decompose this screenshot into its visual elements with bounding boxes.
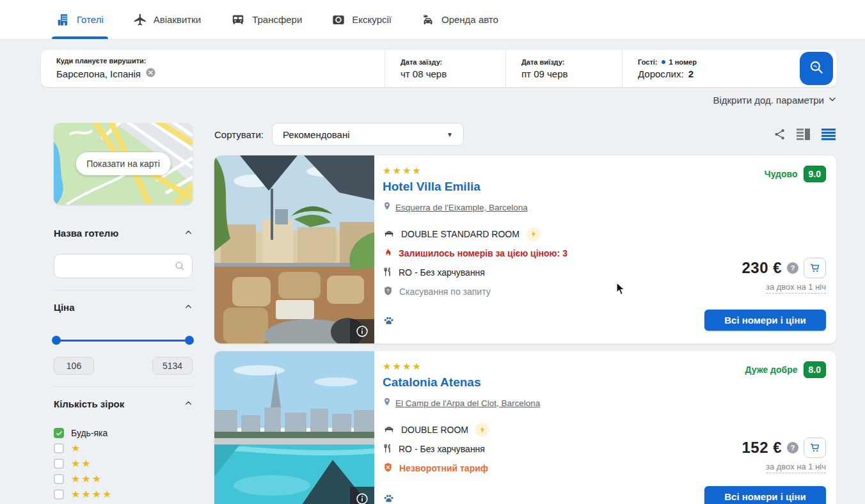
car-key-icon: [421, 13, 435, 27]
meal-plan: RO - Без харчування: [399, 267, 485, 278]
stars-filter-title: Кількість зірок: [54, 398, 124, 409]
search-button[interactable]: [800, 52, 833, 85]
tab-excursions[interactable]: Екскурсії: [331, 0, 392, 39]
checkin-label: Дата заїзду:: [401, 58, 490, 66]
star-option-4[interactable]: ★★★★: [54, 487, 193, 502]
chevron-up-icon: [184, 302, 193, 313]
meal-icon: [383, 443, 393, 456]
adults-label: Дорослих:: [638, 68, 684, 79]
tab-transfers[interactable]: Трансфери: [230, 0, 302, 39]
checkout-label: Дата виїзду:: [521, 58, 607, 66]
tab-car-rental[interactable]: Оренда авто: [421, 0, 498, 39]
hotel-name-link[interactable]: Hotel Villa Emilia: [383, 180, 826, 194]
chevron-up-icon: [184, 398, 193, 409]
divider: [54, 386, 193, 387]
price-note[interactable]: за двох на 1 ніч: [766, 282, 826, 294]
show-on-map-button[interactable]: Показати на карті: [75, 152, 171, 175]
price-filter-header[interactable]: Ціна: [54, 302, 193, 313]
photo-info-button[interactable]: [350, 319, 374, 343]
pets-allowed-icon: [383, 315, 395, 329]
price-min-input[interactable]: [54, 357, 94, 375]
star-option-any[interactable]: Будь-яка: [54, 425, 193, 441]
map-preview[interactable]: Показати на карті: [54, 123, 193, 205]
price-max-input[interactable]: [152, 357, 193, 375]
plane-icon: [133, 13, 147, 27]
all-rooms-button[interactable]: Всі номери і ціни: [704, 310, 826, 331]
checkbox-checked[interactable]: [54, 428, 64, 438]
star-option-1[interactable]: ★: [54, 441, 193, 456]
active-tab-underline: [52, 36, 108, 39]
price-note[interactable]: за двох на 1 ніч: [766, 462, 826, 473]
checkin-value: чт 08 черв: [401, 68, 490, 79]
star-option-3[interactable]: ★★★: [54, 471, 193, 487]
star-option-label: ★★★: [71, 474, 102, 484]
hotel-price: 152 €: [742, 439, 782, 457]
instant-confirmation-icon[interactable]: [527, 227, 541, 241]
tab-label: Авіаквитки: [154, 14, 201, 25]
star-option-label: ★★★★: [71, 489, 113, 500]
hotel-name-filter-header[interactable]: Назва готелю: [54, 228, 193, 239]
share-icon[interactable]: [774, 128, 786, 141]
star-option-2[interactable]: ★★: [54, 456, 193, 471]
hotel-name-input[interactable]: [54, 254, 193, 278]
pets-allowed-icon: [383, 493, 395, 504]
checkbox[interactable]: [54, 489, 64, 500]
chevron-up-icon: [184, 228, 193, 239]
tab-label: Готелі: [77, 14, 104, 25]
checkin-field[interactable]: Дата заїзду: чт 08 черв: [385, 50, 505, 87]
hotel-photo[interactable]: [214, 351, 374, 504]
search-icon: [808, 59, 825, 78]
add-to-cart-button[interactable]: [804, 437, 826, 458]
hotel-location-link[interactable]: Esquerra de l'Eixample, Barcelona: [395, 203, 528, 212]
hotel-name-filter-title: Назва готелю: [54, 228, 118, 239]
sort-selected-value: Рекомендовані: [283, 129, 350, 140]
tab-hotels[interactable]: Готелі: [56, 0, 104, 39]
tariff-type: Незворотний тариф: [399, 463, 488, 473]
rating-badge: 8.0: [804, 361, 826, 378]
more-params-label: Відкрити дод. параметри: [713, 95, 824, 106]
hotel-photo-image: [214, 351, 374, 504]
checkbox[interactable]: [54, 474, 64, 484]
hotel-location-link[interactable]: El Camp de l'Arpa del Clot, Barcelona: [395, 398, 540, 408]
sort-select[interactable]: Рекомендовані ▼: [272, 123, 464, 146]
price-slider: [54, 336, 193, 345]
location-pin-icon: [383, 397, 392, 409]
checkbox[interactable]: [54, 459, 64, 469]
instant-confirmation-icon[interactable]: [475, 423, 489, 437]
hotel-stars: ★★★★: [383, 155, 826, 175]
hotel-price: 230 €: [742, 259, 782, 277]
sort-label: Сортувати:: [214, 129, 264, 140]
checkout-value: пт 09 черв: [521, 68, 607, 79]
tab-flights[interactable]: Авіаквитки: [133, 0, 201, 39]
price-help-icon[interactable]: ?: [787, 262, 798, 274]
all-rooms-button[interactable]: Всі номери і ціни: [704, 486, 826, 504]
info-icon: [355, 492, 369, 504]
scarcity-message: Залишилось номерів за цією ціною: 3: [399, 248, 567, 258]
hotel-card: ★★★★ Catalonia Atenas El Camp de l'Arpa …: [214, 351, 836, 504]
stars-filter-header[interactable]: Кількість зірок: [54, 398, 193, 409]
add-to-cart-button[interactable]: [804, 258, 826, 278]
hotel-photo[interactable]: [214, 155, 374, 343]
bus-icon: [230, 13, 246, 27]
clear-destination-icon[interactable]: [145, 67, 156, 80]
photo-info-button[interactable]: [350, 487, 374, 504]
meal-icon: [383, 266, 393, 280]
grid-map-view-icon[interactable]: [796, 128, 811, 141]
building-icon: [56, 13, 70, 27]
price-slider-handle-max[interactable]: [185, 336, 194, 345]
guests-field[interactable]: Гості: 1 номер Дорослих: 2: [622, 50, 800, 87]
checkbox[interactable]: [54, 443, 64, 453]
rating-text: Дуже добре: [745, 365, 798, 375]
tab-label: Екскурсії: [352, 14, 392, 25]
list-view-icon[interactable]: [821, 128, 836, 141]
fire-icon: [383, 247, 393, 260]
chevron-down-icon: [828, 95, 837, 106]
price-slider-handle-min[interactable]: [52, 336, 61, 345]
search-icon: [174, 260, 186, 272]
search-panel: Куди плануєте вирушити: Барселона, Іспан…: [41, 50, 837, 87]
more-params-toggle[interactable]: Відкрити дод. параметри: [713, 95, 837, 106]
hotel-photo-image: [214, 155, 374, 343]
destination-field[interactable]: Куди плануєте вирушити: Барселона, Іспан…: [41, 50, 385, 87]
checkout-field[interactable]: Дата виїзду: пт 09 черв: [505, 50, 622, 87]
price-help-icon[interactable]: ?: [787, 442, 798, 453]
